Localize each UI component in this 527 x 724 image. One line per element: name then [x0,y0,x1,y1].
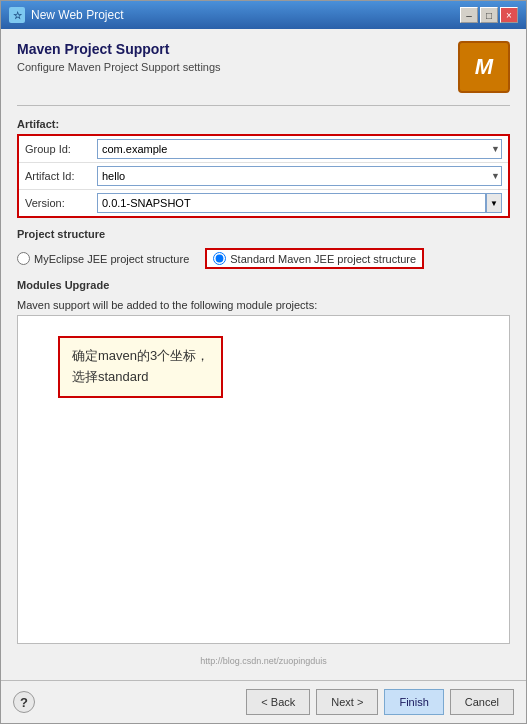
annotation-line1: 确定maven的3个坐标， [72,346,209,367]
artifact-id-select-wrapper: ▼ [97,166,502,186]
modules-subtitle: Maven support will be added to the follo… [17,299,510,311]
version-row: Version: ▼ [19,190,508,216]
artifact-section: Artifact: Group Id: ▼ Artifact Id: ▼ [17,118,510,218]
modules-label: Modules Upgrade [17,279,510,291]
annotation-box: 确定maven的3个坐标， 选择standard [58,336,223,398]
option-myeclipse-label: MyEclipse JEE project structure [34,253,189,265]
title-bar-left: ☆ New Web Project [9,7,123,23]
radio-standard[interactable] [213,252,226,265]
header-divider [17,105,510,106]
artifact-label: Artifact: [17,118,510,130]
artifact-fields: Group Id: ▼ Artifact Id: ▼ Versi [17,134,510,218]
title-bar-controls: – □ × [460,7,518,23]
radio-group: MyEclipse JEE project structure Standard… [17,248,510,269]
minimize-button[interactable]: – [460,7,478,23]
window-title: New Web Project [31,8,123,22]
group-id-label: Group Id: [25,143,97,155]
group-id-row: Group Id: ▼ [19,136,508,163]
maximize-button[interactable]: □ [480,7,498,23]
group-id-input[interactable] [97,139,502,159]
footer: ? < Back Next > Finish Cancel [1,680,526,723]
finish-button[interactable]: Finish [384,689,443,715]
radio-myeclipse[interactable] [17,252,30,265]
window-icon: ☆ [9,7,25,23]
project-structure-label: Project structure [17,228,510,240]
version-dropdown-btn[interactable]: ▼ [486,193,502,213]
main-window: ☆ New Web Project – □ × Maven Project Su… [0,0,527,724]
back-button[interactable]: < Back [246,689,310,715]
close-button[interactable]: × [500,7,518,23]
next-button[interactable]: Next > [316,689,378,715]
title-bar: ☆ New Web Project – □ × [1,1,526,29]
modules-list: 确定maven的3个坐标， 选择standard [17,315,510,644]
artifact-id-row: Artifact Id: ▼ [19,163,508,190]
dialog-title: Maven Project Support [17,41,221,57]
option-myeclipse[interactable]: MyEclipse JEE project structure [17,252,189,265]
maven-logo: M [458,41,510,93]
version-label: Version: [25,197,97,209]
artifact-id-input[interactable] [97,166,502,186]
dialog-content: Maven Project Support Configure Maven Pr… [1,29,526,680]
cancel-button[interactable]: Cancel [450,689,514,715]
watermark: http://blog.csdn.net/zuopingduis [17,654,510,668]
dialog-subtitle: Configure Maven Project Support settings [17,61,221,73]
version-input[interactable] [97,193,486,213]
option-standard-label: Standard Maven JEE project structure [230,253,416,265]
annotation-line2: 选择standard [72,367,209,388]
modules-section: Modules Upgrade Maven support will be ad… [17,279,510,644]
artifact-id-label: Artifact Id: [25,170,97,182]
header-text: Maven Project Support Configure Maven Pr… [17,41,221,73]
project-structure-section: Project structure MyEclipse JEE project … [17,228,510,269]
group-id-select-wrapper: ▼ [97,139,502,159]
help-button[interactable]: ? [13,691,35,713]
option-standard[interactable]: Standard Maven JEE project structure [205,248,424,269]
header-section: Maven Project Support Configure Maven Pr… [17,41,510,93]
footer-buttons: < Back Next > Finish Cancel [246,689,514,715]
footer-left: ? [13,691,35,713]
